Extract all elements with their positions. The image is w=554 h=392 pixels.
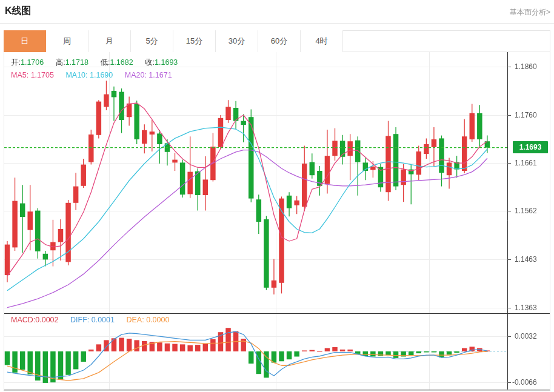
tab-30min[interactable]: 30分 [216, 30, 258, 52]
header-divider [0, 23, 554, 24]
close-value: 1.1693 [155, 58, 178, 67]
price-tick-label: 1.1661 [515, 159, 551, 167]
ma10-label: MA10: [65, 71, 87, 79]
open-label: 开: [11, 58, 21, 67]
dea-value: 0.0000 [146, 316, 169, 324]
macd-tick-label: -0.0066 [512, 378, 549, 387]
price-tick-label: 1.1463 [515, 255, 551, 264]
high-readout: 高:1.1718 [56, 58, 88, 67]
low-label: 低: [100, 58, 110, 67]
macd-readout: MACD:0.0002 DIFF: 0.0001 DEA: 0.0000 [11, 316, 179, 324]
kline-widget: K线图 基本面分析> 日 周 月 5分 15分 30分 60分 4时 开:1.1… [0, 0, 554, 392]
high-label: 高: [56, 58, 65, 67]
tab-day[interactable]: 日 [4, 30, 46, 52]
price-tick-label: 1.1860 [515, 62, 551, 71]
tab-week[interactable]: 周 [46, 30, 88, 52]
diff-value-readout: DIFF: 0.0001 [70, 316, 115, 324]
macd-label: MACD: [11, 316, 35, 324]
page-title: K线图 [5, 5, 32, 18]
macd-value-readout: MACD:0.0002 [11, 316, 59, 324]
ma5-value: 1.1705 [31, 71, 54, 79]
close-readout: 收:1.1693 [145, 58, 178, 67]
current-price-tag: 1.1693 [513, 141, 548, 153]
chart-outer-border [4, 30, 550, 390]
low-readout: 低:1.1682 [100, 58, 133, 67]
ma10-readout: MA10: 1.1690 [65, 71, 113, 79]
fundamental-analysis-link[interactable]: 基本面分析> [510, 7, 550, 18]
dea-value-readout: DEA: 0.0000 [126, 316, 169, 324]
ma5-readout: MA5: 1.1705 [11, 71, 54, 79]
low-value: 1.1682 [110, 58, 133, 67]
dea-label: DEA: [126, 316, 144, 324]
macd-tick-label: 0.0032 [515, 332, 551, 341]
ma5-label: MA5: [11, 71, 28, 79]
tab-month[interactable]: 月 [88, 30, 131, 52]
diff-value: 0.0001 [92, 316, 115, 324]
high-value: 1.1718 [65, 58, 88, 67]
diff-label: DIFF: [70, 316, 89, 324]
open-value: 1.1706 [21, 58, 44, 67]
ma10-value: 1.1690 [90, 71, 113, 79]
open-readout: 开:1.1706 [11, 58, 44, 67]
tab-5min[interactable]: 5分 [131, 30, 173, 52]
price-tick-label: 1.1363 [515, 304, 551, 312]
ohlc-readout: 开:1.1706 高:1.1718 低:1.1682 收:1.1693 [11, 58, 187, 68]
macd-value: 0.0002 [35, 316, 58, 324]
price-tick-label: 1.1760 [515, 111, 551, 119]
tab-4hour[interactable]: 4时 [301, 30, 343, 52]
ma20-readout: MA20: 1.1671 [125, 71, 172, 79]
ma20-value: 1.1671 [149, 71, 172, 79]
tab-60min[interactable]: 60分 [258, 30, 301, 52]
interval-tabstrip: 日 周 月 5分 15分 30分 60分 4时 [4, 30, 550, 52]
ma20-label: MA20: [125, 71, 147, 79]
price-tick-label: 1.1562 [515, 207, 551, 215]
tab-15min[interactable]: 15分 [173, 30, 216, 52]
close-label: 收: [145, 58, 155, 67]
ma-readout: MA5: 1.1705 MA10: 1.1690 MA20: 1.1671 [11, 71, 182, 79]
